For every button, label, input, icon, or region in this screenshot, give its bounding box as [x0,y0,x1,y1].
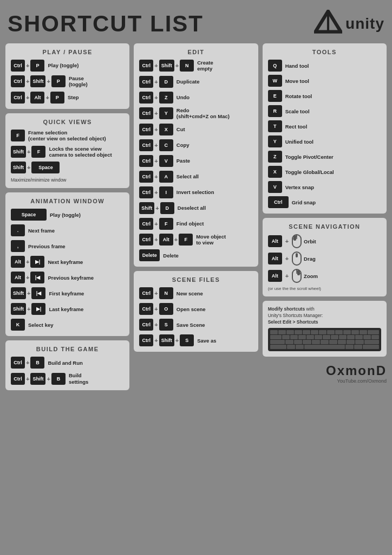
shortcut-row: Shift + F Locks the scene viewcamera to … [11,146,124,158]
tool-row: R Scale tool [268,105,381,117]
shortcut-keys: . [11,224,25,236]
shortcut-label: Play (toggle) [50,212,81,218]
play-pause-title: PLAY / PAUSE [11,49,124,55]
key-v: V [159,155,173,167]
kb-key [282,335,290,339]
section-quick-views: QUICK VIEWS F Frame selection(center vie… [5,113,129,189]
shortcut-keys: Ctrl + O [139,303,173,315]
key-prev: |◀ [30,272,44,283]
shortcut-keys: Ctrl + V [139,155,173,167]
key-y: Y [268,135,282,147]
shortcut-row: Shift + Space [11,162,124,173]
keyboard-graphic [268,328,381,351]
shortcut-label: Previous frame [28,243,66,249]
key-e: E [268,90,282,102]
tool-label: Rect tool [285,124,308,130]
page: SHORTCUT LIST unity PLAY / PAUSE Ctrl + … [5,5,387,390]
key-ctrl: Ctrl [139,334,153,346]
kb-key [354,345,362,349]
kb-key [351,330,359,334]
tool-row: Z Toggle Pivot/Center [268,151,381,163]
shortcut-label: New scene [177,291,203,296]
shortcut-keys: Ctrl + N [139,287,173,299]
shortcut-label: First keyframe [49,291,84,296]
tool-label: Unified tool [285,139,313,145]
build-and-run-label: Build and Run [48,360,82,366]
shortcut-label: Frame selection(center view on selected … [28,130,106,142]
key-next: ▶| [30,256,44,268]
key-ctrl: Ctrl [11,75,25,87]
key-ctrl: Ctrl [139,218,153,230]
shortcut-row: Ctrl + O Open scene [139,303,252,315]
shortcut-row: Ctrl + A Select all [139,171,252,183]
key-shift: Shift [159,334,174,346]
shortcut-keys: Ctrl + Shift + P [11,75,66,87]
tool-label: Hand tool [285,63,309,69]
shortcut-keys: F [11,130,25,141]
kb-row-2 [270,335,379,339]
nav-orbit-label: Orbit [304,238,316,244]
key-f: F [31,146,45,158]
key-shift: Shift [11,162,26,173]
svg-rect-9 [297,270,300,275]
tool-row: T Rect tool [268,120,381,132]
shortcut-keys: Shift + D [139,202,174,214]
shortcut-row: Ctrl + Shift + B Buildsettings [11,372,124,385]
shortcut-row: Shift + |◀ First keyframe [11,287,124,299]
key-c: C [159,139,173,151]
key-ctrl: Ctrl [11,92,25,104]
key-shift: Shift [139,202,154,214]
shortcut-row: Ctrl + Alt + F Move objectto view [139,234,252,246]
key-dot: . [11,224,25,236]
shortcut-row: K Select key [11,319,124,331]
tool-row: Y Unified tool [268,135,381,147]
key-shift: Shift [159,60,174,72]
shortcut-row: Space Play (toggle) [11,209,124,221]
kb-key [343,330,351,334]
kb-key [363,335,371,339]
key-ctrl: Ctrl [268,196,289,208]
shortcut-row: F Frame selection(center view on selecte… [11,130,124,142]
shortcut-keys: , [11,240,25,252]
shortcut-label: Save as [197,338,216,344]
key-shift: Shift [30,373,45,385]
shortcut-label: Duplicate [177,79,200,85]
key-ctrl: Ctrl [139,171,153,183]
col-3: TOOLS Q Hand tool W Move tool E Rotate t… [263,43,387,390]
key-ctrl: Ctrl [139,60,153,72]
shortcut-label: Locks the scene viewcamera to selected o… [49,146,112,158]
shortcut-row: Ctrl + C Copy [139,139,252,151]
tool-label: Grid snap [292,199,316,205]
kb-key [286,330,294,334]
kb-key [295,330,302,334]
page-title: SHORTCUT LIST [8,11,204,37]
kb-key [298,335,306,339]
kb-key [312,340,320,344]
kb-key [321,340,329,344]
key-v: V [268,181,282,193]
tool-row: Ctrl Grid snap [268,196,381,208]
shortcut-row: Ctrl + D Duplicate [139,76,252,88]
shortcut-keys: Ctrl + C [139,139,173,151]
key-p: P [50,92,64,104]
shortcut-row: Ctrl + Shift + S Save as [139,334,252,346]
key-space: Space [11,209,47,221]
key-ctrl: Ctrl [139,92,153,104]
shortcut-label: Move objectto view [196,234,226,246]
col-2: EDIT Ctrl + Shift + N Createempty Ctrl + [134,43,258,390]
shortcut-keys: Delete [139,249,160,261]
scene-nav-title: SCENE NAVIGATION [268,223,381,230]
key-f: F [159,218,173,230]
key-ctrl: Ctrl [11,60,25,72]
key-ctrl: Ctrl [139,186,153,198]
shortcut-label: Cut [177,126,185,132]
kb-key [347,335,355,339]
key-ctrl: Ctrl [139,319,153,331]
shortcut-label: Deselect all [178,205,206,211]
scroll-wheel-note: (or use the the scroll wheel) [268,286,381,291]
shortcut-label: Paste [177,158,190,164]
section-scene-nav: SCENE NAVIGATION Alt + Orbit [263,218,387,296]
shortcut-row: Ctrl + S Save Scene [139,319,252,331]
mouse-middle-icon [292,251,302,266]
kb-row-1 [270,330,379,334]
